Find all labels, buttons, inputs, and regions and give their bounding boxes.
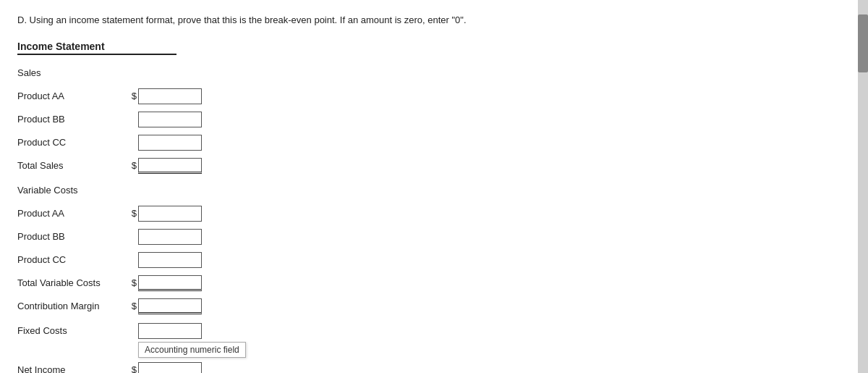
product-cc-sales-label: Product CC: [17, 137, 129, 148]
instruction-text: D. Using an income statement format, pro…: [17, 13, 634, 28]
product-cc-vc-input[interactable]: [138, 252, 202, 268]
sales-header: Sales: [17, 67, 129, 78]
dollar-sign-aa-vc: $: [129, 208, 137, 219]
dollar-sign-total-sales: $: [129, 160, 137, 171]
total-vc-label: Total Variable Costs: [17, 277, 129, 288]
net-income-input[interactable]: [138, 362, 202, 374]
product-aa-vc-label: Product AA: [17, 208, 129, 219]
fixed-costs-input[interactable]: [138, 323, 202, 339]
section-title: Income Statement: [17, 41, 176, 55]
product-bb-sales-label: Product BB: [17, 114, 129, 125]
dollar-sign-ni: $: [129, 364, 137, 373]
total-vc-input[interactable]: [138, 275, 202, 291]
product-aa-sales-input[interactable]: [138, 88, 202, 104]
product-cc-vc-label: Product CC: [17, 254, 129, 265]
fixed-costs-label: Fixed Costs: [17, 325, 129, 336]
product-bb-sales-input[interactable]: [138, 112, 202, 127]
total-sales-label: Total Sales: [17, 160, 129, 171]
fixed-costs-tooltip: Accounting numeric field: [138, 342, 246, 358]
contribution-margin-label: Contribution Margin: [17, 301, 129, 311]
dollar-sign-cm: $: [129, 301, 137, 311]
fixed-costs-input-wrapper: Accounting numeric field: [138, 323, 202, 339]
product-aa-vc-input[interactable]: [138, 206, 202, 222]
scrollbar[interactable]: [858, 0, 868, 373]
total-sales-input[interactable]: [138, 158, 202, 174]
product-bb-vc-input[interactable]: [138, 229, 202, 245]
variable-costs-header: Variable Costs: [17, 185, 129, 196]
scrollbar-thumb[interactable]: [858, 14, 868, 72]
income-statement-form: Sales Product AA $ Product BB $ Product …: [17, 64, 263, 374]
product-bb-vc-label: Product BB: [17, 231, 129, 242]
contribution-margin-input[interactable]: [138, 298, 202, 314]
net-income-label: Net Income: [17, 364, 129, 373]
product-aa-sales-label: Product AA: [17, 91, 129, 101]
dollar-sign-aa-sales: $: [129, 91, 137, 101]
dollar-sign-total-vc: $: [129, 277, 137, 288]
product-cc-sales-input[interactable]: [138, 135, 202, 151]
